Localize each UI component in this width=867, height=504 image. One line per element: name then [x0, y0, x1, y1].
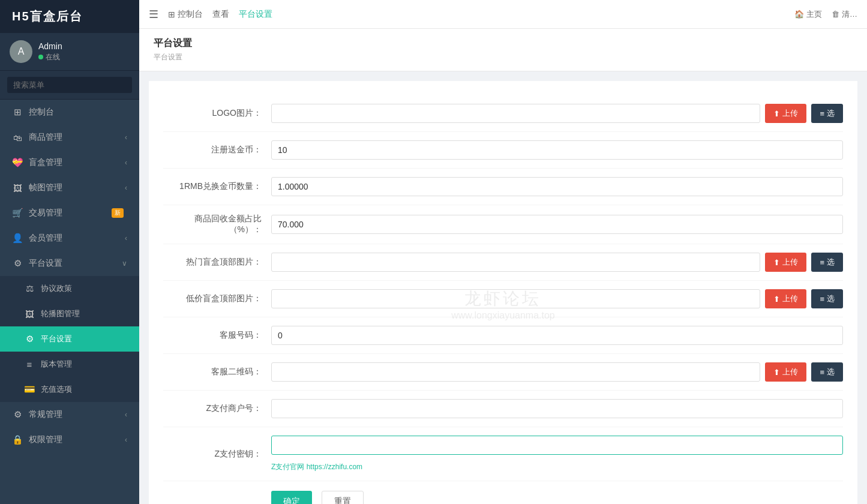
- user-info: Admin 在线: [38, 41, 62, 62]
- hot-banner-control: ⬆ 上传 ≡ 选: [271, 253, 843, 272]
- hot-banner-upload-button[interactable]: ⬆ 上传: [765, 253, 806, 272]
- register-label: 注册送金币：: [163, 145, 271, 155]
- logo-input[interactable]: [271, 104, 760, 123]
- trash-icon: 🗑: [832, 10, 839, 19]
- sidebar-item-label: 平台设置: [41, 334, 127, 344]
- sidebar-item-dashboard[interactable]: ⊞ 控制台: [0, 100, 139, 125]
- sidebar-item-label: 盲盒管理: [29, 157, 125, 168]
- sidebar-item-label: 版本管理: [41, 359, 127, 370]
- chevron-right-icon: ‹: [125, 436, 127, 444]
- select-icon: ≡: [820, 368, 824, 377]
- user-name: Admin: [38, 41, 62, 51]
- sidebar-item-policy[interactable]: ⚖ 协议政策: [0, 276, 139, 301]
- cheap-banner-input[interactable]: [271, 289, 760, 308]
- upload-icon: ⬆: [773, 109, 780, 118]
- logo-control: ⬆ 上传 ≡ 选: [271, 104, 843, 123]
- recycle-label: 商品回收金额占比（%）：: [163, 214, 271, 235]
- sidebar-item-trade[interactable]: 🛒 交易管理 新: [0, 200, 139, 226]
- sidebar-item-label: 商品管理: [29, 132, 125, 143]
- recharge-icon: 💳: [24, 384, 35, 395]
- service-qr-control: ⬆ 上传 ≡ 选: [271, 362, 843, 382]
- topbar-nav-dashboard[interactable]: ⊞ 控制台: [168, 9, 203, 20]
- sidebar-item-blindbox[interactable]: 💝 盲盒管理 ‹: [0, 150, 139, 175]
- hot-banner-input[interactable]: [271, 253, 760, 272]
- sidebar-item-label: 控制台: [29, 107, 127, 118]
- sidebar-item-label: 交易管理: [29, 208, 112, 218]
- settings-icon: ⚙: [24, 334, 35, 344]
- form-row-logo: LOGO图片： ⬆ 上传 ≡ 选: [163, 95, 843, 132]
- sidebar-item-label: 协议政策: [41, 283, 127, 294]
- sidebar-item-label: 轮播图管理: [41, 308, 127, 319]
- sidebar-item-slider[interactable]: 🖼 轮播图管理: [0, 301, 139, 326]
- rmb-label: 1RMB兑换金币数量：: [163, 181, 271, 192]
- member-icon: 👤: [12, 233, 23, 244]
- upload-icon: ⬆: [773, 295, 780, 304]
- reset-button[interactable]: 重置: [322, 491, 364, 504]
- dashboard-icon: ⊞: [12, 107, 23, 118]
- sidebar-item-version[interactable]: ≡ 版本管理: [0, 352, 139, 377]
- sidebar-item-permissions[interactable]: 🔒 权限管理 ‹: [0, 427, 139, 452]
- page-title: 平台设置: [154, 37, 853, 50]
- form-row-cheap-banner: 低价盲盒顶部图片： ⬆ 上传 ≡ 选: [163, 281, 843, 317]
- topbar: ☰ ⊞ 控制台 查看 平台设置 🏠 主页 🗑 清…: [139, 0, 867, 29]
- select-icon: ≡: [820, 258, 824, 267]
- sidebar-item-general[interactable]: ⚙ 常规管理 ‹: [0, 402, 139, 427]
- zpay-hint: Z支付官网 https://zzhifu.com: [271, 462, 362, 472]
- zpay-link[interactable]: https://zzhifu.com: [307, 463, 362, 471]
- sidebar-item-label: 帧图管理: [29, 182, 125, 193]
- upload-icon: ⬆: [773, 368, 780, 377]
- platform-submenu: ⚖ 协议政策 🖼 轮播图管理 ⚙ 平台设置 ≡ 版本管理 💳 充值选项: [0, 276, 139, 402]
- service-qr-input[interactable]: [271, 362, 760, 382]
- clear-link[interactable]: 🗑 清…: [832, 9, 857, 20]
- rmb-rate-input[interactable]: [271, 177, 843, 196]
- content-wrapper: 龙虾论坛 www.longxiayuanma.top LOGO图片： ⬆ 上传 …: [139, 81, 867, 504]
- chevron-right-icon: ‹: [125, 234, 127, 242]
- sidebar-item-goods[interactable]: 🛍 商品管理 ‹: [0, 125, 139, 150]
- logo-select-button[interactable]: ≡ 选: [811, 104, 843, 123]
- service-phone-control: [271, 326, 843, 345]
- home-link[interactable]: 🏠 主页: [794, 9, 822, 20]
- service-qr-upload-button[interactable]: ⬆ 上传: [765, 362, 806, 382]
- cheap-banner-control: ⬆ 上传 ≡ 选: [271, 289, 843, 308]
- topbar-nav-platform[interactable]: 平台设置: [239, 9, 272, 20]
- sidebar-item-banner[interactable]: 🖼 帧图管理 ‹: [0, 175, 139, 200]
- topbar-nav-view[interactable]: 查看: [212, 9, 229, 20]
- sidebar-item-label: 会员管理: [29, 233, 125, 244]
- zpay-merchant-input[interactable]: [271, 399, 843, 418]
- cheap-banner-upload-button[interactable]: ⬆ 上传: [765, 289, 806, 308]
- recycle-control: [271, 215, 843, 234]
- sidebar-item-platform[interactable]: ⚙ 平台设置 ∨: [0, 251, 139, 276]
- form-actions: 确定 重置: [163, 481, 843, 504]
- chevron-right-icon: ‹: [125, 410, 127, 419]
- app-title: H5盲盒后台: [0, 0, 139, 33]
- hot-banner-select-button[interactable]: ≡ 选: [811, 253, 843, 272]
- zpay-key-label: Z支付密钥：: [163, 449, 271, 460]
- menu-icon[interactable]: ☰: [149, 8, 158, 21]
- sidebar: H5盲盒后台 A Admin 在线 ⊞ 控制台 🛍 商品管理 ‹ 💝 盲盒管理 …: [0, 0, 139, 504]
- sidebar-item-member[interactable]: 👤 会员管理 ‹: [0, 226, 139, 251]
- cheap-banner-label: 低价盲盒顶部图片：: [163, 293, 271, 304]
- main-content: ☰ ⊞ 控制台 查看 平台设置 🏠 主页 🗑 清…: [139, 0, 867, 504]
- cheap-banner-select-button[interactable]: ≡ 选: [811, 289, 843, 308]
- select-icon: ≡: [820, 109, 824, 118]
- recycle-rate-input[interactable]: [271, 215, 843, 234]
- register-coins-input[interactable]: [271, 140, 843, 160]
- rmb-control: [271, 177, 843, 196]
- logo-upload-button[interactable]: ⬆ 上传: [765, 104, 806, 123]
- version-icon: ≡: [24, 359, 35, 370]
- zpay-merchant-label: Z支付商户号：: [163, 403, 271, 414]
- platform-icon: ⚙: [12, 258, 23, 269]
- sidebar-item-platform-settings[interactable]: ⚙ 平台设置: [0, 326, 139, 352]
- form-row-recycle: 商品回收金额占比（%）：: [163, 205, 843, 244]
- form-row-zpay-key: Z支付密钥： Z支付官网 https://zzhifu.com: [163, 427, 843, 481]
- confirm-button[interactable]: 确定: [271, 491, 312, 504]
- search-input[interactable]: [7, 77, 132, 93]
- status-dot: [38, 55, 43, 59]
- register-control: [271, 140, 843, 160]
- service-phone-input[interactable]: [271, 326, 843, 345]
- zpay-key-input[interactable]: [271, 436, 843, 455]
- service-qr-select-button[interactable]: ≡ 选: [811, 362, 843, 382]
- banner-icon: 🖼: [12, 183, 23, 193]
- page-header: 平台设置 平台设置: [139, 29, 867, 71]
- sidebar-item-recharge[interactable]: 💳 充值选项: [0, 377, 139, 402]
